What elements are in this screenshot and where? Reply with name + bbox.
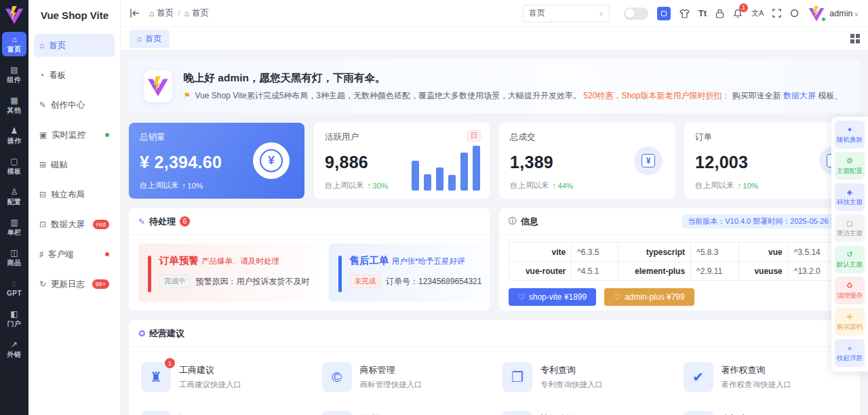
notification-bell-icon[interactable]: 1 xyxy=(733,8,743,18)
breadcrumb-home[interactable]: ⌂ 首页 xyxy=(149,7,174,19)
sidebar-item-standalone-layout[interactable]: ⊟ 独立布局 xyxy=(34,183,115,206)
info-card: ⓘ 信息 当前版本：V10.4.0 部署时间：2025-05-26 16:2 v… xyxy=(499,208,860,311)
middle-row: ✎ 待处理 6 订单预警产品爆单、请及时处理 完成中 预警原因：用户投诉发货不及… xyxy=(129,208,860,311)
fullscreen-icon[interactable] xyxy=(772,9,781,18)
client-icon: ♯ xyxy=(39,250,43,259)
stat-card-active-users[interactable]: 活跃用户 日 9,886 自上周以来 ↑30% xyxy=(314,123,490,199)
rail-item-config[interactable]: ♙ 配置 xyxy=(2,184,26,209)
bank-icon: ♜1 xyxy=(141,362,171,392)
collapse-panel-button[interactable]: » 收起浮层 xyxy=(835,339,865,367)
username: admin∨ xyxy=(829,9,859,18)
suggestions-card: ✪ 经营建议 ♜1 工商建议工商建议快捷入口 © 商标管理商标管理快捷入口 ❐ … xyxy=(129,320,860,415)
home-icon: ⌂ xyxy=(137,34,142,43)
buy-shop-vite-button[interactable]: ♡ shop-vite ¥1899 xyxy=(509,288,596,306)
rail-item-components[interactable]: ▤ 组件 xyxy=(2,62,26,87)
theme-config-button[interactable]: ⚙ 主题配置 xyxy=(835,152,865,180)
sidebar-item-changelog[interactable]: ↻ 更新日志 99+ xyxy=(34,273,115,296)
rail-item-home[interactable]: ⌂ 首页 xyxy=(2,32,26,56)
alert-color-bar xyxy=(338,256,342,292)
lock-icon[interactable] xyxy=(715,9,724,18)
sidebar-collapse-button[interactable] xyxy=(130,9,140,18)
status-tag: 未完成 xyxy=(350,275,381,288)
sidebar-item-creation-center[interactable]: ✎ 创作中心 xyxy=(34,94,115,117)
rail-item-portal[interactable]: ◧ 门户 xyxy=(2,307,26,331)
breadcrumb-current[interactable]: ⌂ 首页 xyxy=(184,7,209,19)
screen-icon: ⊡ xyxy=(39,220,46,229)
sidebar-item-home[interactable]: ⌂ 首页 xyxy=(34,34,115,57)
notification-badge: 1 xyxy=(165,358,175,368)
rail-item-others[interactable]: ▦ 其他 xyxy=(2,93,26,117)
suggestion-tax-reminder[interactable]: ❑ 纳税提醒纳税提醒快捷入口 xyxy=(314,401,495,415)
sidebar-item-kanban[interactable]: ◔ 看板 xyxy=(34,64,115,87)
notification-count-badge: 1 xyxy=(739,3,748,12)
home-icon: ⌂ xyxy=(149,9,154,18)
tab-home[interactable]: ⌂ 首页 xyxy=(129,30,170,48)
sidebar-item-tiles[interactable]: ⊞ 磁贴 xyxy=(34,153,115,176)
random-skin-button[interactable]: ✦ 随机换肤 xyxy=(835,121,865,149)
theme-color-swatch[interactable] xyxy=(657,7,671,20)
rail-item-external-link[interactable]: ↗ 外链 xyxy=(2,337,26,361)
suggestion-business-advice[interactable]: ♜1 工商建议工商建议快捷入口 xyxy=(133,353,314,401)
hot-badge: Hot xyxy=(93,220,109,229)
suggestion-patent-search[interactable]: ❐ 专利查询专利查询快捷入口 xyxy=(494,353,675,401)
sidebar-menu: ⌂ 首页 ◔ 看板 ✎ 创作中心 ▣ 实时监控 ⊞ 磁贴 ⊟ 独立 xyxy=(28,30,120,307)
rail-item-gpt[interactable]: ◌ GPT xyxy=(2,276,26,300)
alert-aftersale-ticket[interactable]: 售后工单用户张*给予五星好评 未完成 订单号：12345689654321 xyxy=(329,243,490,302)
stat-card-total-sales[interactable]: 总销量 ¥ 2,394.60 自上周以来 ↑10% ¥ xyxy=(129,123,304,199)
sidebar-item-client[interactable]: ♯ 客户端 xyxy=(34,243,115,266)
buy-source-button[interactable]: ✛ 购买源码 xyxy=(835,308,865,336)
rail-item-actions[interactable]: ♟ 操作 xyxy=(2,123,26,148)
refresh-icon[interactable] xyxy=(790,9,799,18)
alert-color-bar xyxy=(148,256,151,292)
actions-icon: ♟ xyxy=(11,127,18,136)
user-menu[interactable]: admin∨ xyxy=(808,5,859,22)
pending-card-header: ✎ 待处理 6 xyxy=(129,208,490,235)
sidebar-item-data-screen[interactable]: ⊡ 数据大屏 Hot xyxy=(34,213,115,236)
avatar xyxy=(808,5,825,22)
tech-theme-button[interactable]: ◈ 科技主题 xyxy=(835,183,865,211)
alert-order-warning[interactable]: 订单预警产品爆单、请及时处理 完成中 预警原因：用户投诉发货不及时 xyxy=(138,243,319,302)
cart-icon: ✛ xyxy=(846,313,852,321)
suggestion-all-apps[interactable]: ∷ 全部应用全部应用快捷入口 xyxy=(675,401,856,415)
suggestion-license-management[interactable]: ◈ 证照管理证照管理快捷入口 xyxy=(133,401,314,415)
rail-item-single-column[interactable]: ▥ 单栏 xyxy=(2,215,26,239)
sidebar-item-realtime-monitor[interactable]: ▣ 实时监控 xyxy=(34,123,115,146)
dashboard-icon: ◔ xyxy=(39,71,44,80)
data-screen-link[interactable]: 数据大屏 xyxy=(783,91,816,100)
translate-icon[interactable]: 文A xyxy=(751,9,764,17)
rail-item-goods[interactable]: ◫ 商品 xyxy=(2,245,26,270)
diamond-icon: ◈ xyxy=(141,411,171,415)
default-theme-button[interactable]: ↺ 默认主题 xyxy=(835,245,865,273)
pending-card: ✎ 待处理 6 订单预警产品爆单、请及时处理 完成中 预警原因：用户投诉发货不及… xyxy=(129,208,490,311)
welcome-title: 晚上好 admin，愿您天黑有灯，下雨有伞。 xyxy=(183,71,845,85)
simple-theme-button[interactable]: ◻ 简洁主题 xyxy=(835,214,865,242)
clear-cache-button[interactable]: ♻ 清理缓存 xyxy=(835,277,865,304)
red-dot-badge xyxy=(105,252,109,256)
tab-bar: ⌂ 首页 xyxy=(121,27,868,51)
trash-icon: ♻ xyxy=(846,281,853,290)
tech-icon: ◈ xyxy=(847,188,852,197)
rail-item-templates[interactable]: ▢ 模板 xyxy=(2,154,26,178)
pending-count-badge: 6 xyxy=(180,216,190,226)
suggestion-copyright-search[interactable]: ✔ 著作权查询著作权查询快捷入口 xyxy=(675,353,856,401)
tab-options-grid-icon[interactable] xyxy=(850,34,860,43)
buy-admin-plus-button[interactable]: ♡ admin-plus ¥799 xyxy=(604,288,694,306)
arrow-up-icon: ↑ xyxy=(182,182,186,190)
menu-search-select[interactable]: 首页 ∨ xyxy=(523,5,610,22)
arrow-up-icon: ↑ xyxy=(553,182,557,190)
dark-mode-toggle[interactable] xyxy=(624,7,648,20)
status-tag: 完成中 xyxy=(159,275,191,288)
undo-icon: ↺ xyxy=(846,250,852,259)
stat-card-total-deals[interactable]: 总成交 1,389 自上周以来 ↑44% ¥ xyxy=(499,123,675,199)
count-badge: 99+ xyxy=(92,279,109,289)
templates-icon: ▢ xyxy=(10,157,18,166)
gear-icon: ⚙ xyxy=(846,157,853,165)
monitor-icon: ▣ xyxy=(39,130,47,140)
heart-icon: ♡ xyxy=(614,292,621,302)
suggestion-trademark[interactable]: © 商标管理商标管理快捷入口 xyxy=(314,353,495,401)
suggestion-violation-search[interactable]: ☹ 违规查询违规查询快捷入口 xyxy=(494,401,675,415)
skin-icon[interactable] xyxy=(679,9,690,18)
yuan-square-icon: ¥ xyxy=(634,146,663,175)
apps-grid-icon: ∷ xyxy=(684,411,713,415)
font-size-icon[interactable]: Tt xyxy=(698,9,707,18)
